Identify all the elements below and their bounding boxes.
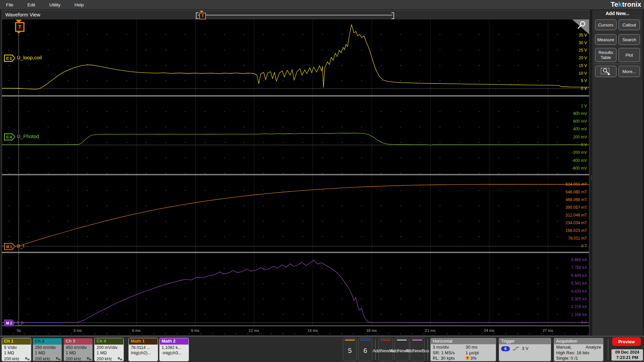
menu-item-file[interactable]: File: [5, 2, 15, 7]
plot-button[interactable]: Plot: [619, 48, 640, 62]
ch4-badge-inner: C 4: [5, 134, 15, 140]
channel-setting-row: 200 kHzBW: [66, 356, 91, 361]
waveform-plot-area[interactable]: T 0s3 ms6 ms9 ms12 ms15 ms18 ms21 ms24 m…: [2, 19, 589, 336]
ch1-badge[interactable]: Ch 15 V/div1 MΩ200 kHzBW: [2, 338, 31, 361]
slice-math1: 624.091 mT546.080 mT468.068 mT390.057 mT…: [2, 175, 589, 252]
time-tick-label: 9 ms: [188, 328, 203, 333]
math1-waveform-trace: [2, 175, 589, 252]
button-label: 6: [363, 341, 367, 361]
callout-button[interactable]: Callout: [619, 19, 640, 30]
horizontal-row-right-value: 30 ms: [466, 345, 477, 350]
waveform-view-container: Waveform View T T 0s3 ms6 ms9 ms12 ms15 …: [2, 10, 589, 336]
overview-bar[interactable]: [198, 15, 392, 15]
axis-tick-label: 800 mV: [573, 111, 587, 116]
time-tick-label: 27 ms: [540, 328, 555, 333]
bandwidth-limit-icon: BW: [56, 356, 60, 361]
bottom-divider-3: [608, 339, 608, 360]
channel-setting-text: Intg(ch2)...: [131, 351, 151, 355]
trigger-panel[interactable]: Trigger 6 3 V: [499, 338, 551, 361]
button-label-word: New: [413, 348, 422, 353]
overview-bracket-right[interactable]: [391, 12, 394, 19]
acquisition-single: Single: 0 /1: [556, 356, 601, 361]
horizontal-row-left: RL: 30 kpts: [433, 356, 466, 361]
axis-tick-label: 10 V: [579, 71, 587, 76]
axis-tick-label: 0 V: [581, 142, 587, 147]
channel-setting-row: 78.0114 ...: [131, 345, 156, 350]
trigger-panel-title: Trigger: [499, 338, 551, 344]
search-button[interactable]: Search: [619, 34, 640, 45]
channel-setting-row: 1.1082 k...: [162, 345, 187, 350]
time-tick-label: 21 ms: [423, 328, 438, 333]
time-tick-label: 18 ms: [364, 328, 379, 333]
math1-badge[interactable]: Math 178.0114 ...Intg(ch2)...: [128, 338, 158, 361]
panel-divider-handle[interactable]: ⋮⋮: [589, 176, 592, 186]
add-new-bus-button[interactable]: AddNewBus: [410, 338, 425, 361]
channel-settings: 450 mV/div1 MΩ200 kHzBW: [64, 345, 93, 361]
channel-scale-button-6[interactable]: 6: [358, 338, 372, 361]
ch4-label[interactable]: U_Photod: [17, 133, 39, 139]
button-label: 5: [348, 341, 352, 361]
logo-text-k: k: [618, 1, 622, 8]
channel-setting-row: 1 MΩ: [66, 350, 91, 356]
channel-scale-button-5[interactable]: 5: [343, 338, 357, 361]
acquisition-analyze: Analyze: [586, 345, 601, 350]
cursors-button[interactable]: Cursors: [595, 19, 616, 30]
more-button[interactable]: More...: [619, 66, 640, 77]
math2-label[interactable]: I_p: [17, 319, 24, 325]
bandwidth-limit-icon: BW: [118, 356, 122, 361]
menu-item-help[interactable]: Help: [73, 2, 85, 7]
math1-badge-inner: M 1: [5, 244, 15, 249]
right-panel: Add New... More... CursorsCalloutMeasure…: [592, 10, 643, 336]
axis-tick-label: 468.068 mT: [566, 197, 587, 202]
channel-settings: 250 mV/div1 MΩ200 kHzBW: [33, 345, 62, 361]
horizontal-panel[interactable]: Horizontal 3 ms/div30 msSR: 1 MS/s1 µs/p…: [430, 338, 496, 361]
menu-item-utility[interactable]: Utility: [48, 2, 62, 7]
time-ruler: 0s3 ms6 ms9 ms12 ms15 ms18 ms21 ms24 ms2…: [2, 325, 589, 336]
channel-name: Math 2: [160, 338, 189, 345]
math1-label[interactable]: B_t: [17, 243, 24, 249]
channel-name: Ch 4: [95, 338, 123, 345]
channel-setting-text: 1 MΩ: [97, 351, 107, 355]
overview-bracket-left[interactable]: [196, 12, 199, 19]
preview-button[interactable]: Preview: [612, 337, 641, 346]
channel-setting-row: 1 MΩ: [35, 350, 60, 356]
waveform-title-bar: Waveform View T: [2, 10, 589, 20]
ch3-badge[interactable]: Ch 3450 mV/div1 MΩ200 kHzBW: [63, 338, 93, 361]
ch4-badge[interactable]: Ch 4200 mV/div1 MΩ200 kHzBW: [94, 338, 124, 361]
bandwidth-limit-icon: BW: [25, 356, 30, 361]
menu-item-edit[interactable]: Edit: [26, 2, 37, 7]
horizontal-row-left: SR: 1 MS/s: [433, 350, 466, 356]
axis-tick-label: 3.325 kA: [571, 297, 587, 301]
button-label-word: Add: [405, 348, 413, 353]
math2-badge[interactable]: Math 21.1082 k...-intg(ch3...: [159, 338, 189, 361]
channel-setting-text: 450 mV/div: [66, 345, 87, 350]
bottom-settings-bar: Horizontal 3 ms/div30 msSR: 1 MS/s1 µs/p…: [0, 336, 644, 362]
acquisition-resolution: High Res: 16 bits: [556, 350, 601, 356]
axis-tick-label: 20 V: [579, 56, 587, 60]
axis-tick-label: 0 V: [581, 86, 587, 91]
zoom-select-icon: [600, 67, 611, 76]
channel-setting-row: 450 mV/div: [66, 345, 91, 350]
math2-waveform-trace: [2, 253, 589, 325]
axis-tick-label: 8.866 kA: [571, 257, 587, 262]
overview-trigger-pin[interactable]: T: [199, 13, 206, 19]
slice-ch1: 35 V30 V25 V20 V15 V10 V5 V0 V: [2, 19, 589, 95]
zoom-select-button[interactable]: [595, 66, 616, 77]
horizontal-row-right: 1 µs/pt: [466, 350, 479, 356]
axis-tick-label: 390.057 mT: [566, 205, 587, 210]
channel-setting-text: 200 kHz: [4, 356, 19, 361]
axis-tick-label: 4.433 kA: [571, 289, 587, 294]
results-table-button[interactable]: Results Table: [595, 48, 616, 62]
acquisition-panel[interactable]: Acquisition Manual, Analyze High Res: 16…: [554, 338, 603, 361]
horizontal-row-right-value: 1 µs/pt: [466, 350, 479, 356]
channel-setting-row: 200 kHzBW: [35, 356, 60, 361]
channel-settings: 1.1082 k...-intg(ch3...: [160, 345, 189, 361]
trigger-source-badge: 6: [501, 346, 510, 351]
axis-tick-label: 546.080 mT: [566, 190, 587, 194]
horizontal-row-right: T3%: [466, 356, 477, 361]
acquisition-panel-title: Acquisition: [554, 338, 603, 344]
channel-setting-row: Intg(ch2)...: [131, 350, 156, 356]
ch2-badge[interactable]: Ch 2250 mV/div1 MΩ200 kHzBW: [33, 338, 62, 361]
measure-button[interactable]: Measure: [595, 34, 616, 45]
ch1-label[interactable]: U_loop,coil: [17, 55, 42, 60]
